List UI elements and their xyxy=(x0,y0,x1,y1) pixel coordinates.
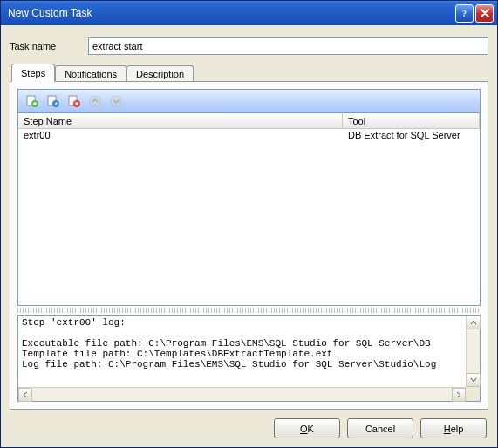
help-button[interactable]: Help xyxy=(420,418,487,438)
tab-description[interactable]: Description xyxy=(126,65,194,81)
dialog-footer: OK Cancel Help xyxy=(10,410,488,440)
col-header-tool[interactable]: Tool xyxy=(343,113,480,129)
move-up-icon[interactable] xyxy=(86,92,104,110)
titlebar-close-button[interactable] xyxy=(475,4,494,23)
svg-text:?: ? xyxy=(462,9,467,17)
log-vertical-scrollbar[interactable] xyxy=(466,316,480,387)
tab-notifications[interactable]: Notifications xyxy=(55,65,126,81)
ok-button[interactable]: OK xyxy=(274,418,340,438)
cell-tool: DB Extract for SQL Server xyxy=(343,129,480,143)
task-name-input[interactable] xyxy=(88,37,488,55)
task-name-row: Task name xyxy=(10,37,488,55)
scroll-up-icon[interactable] xyxy=(467,316,481,329)
tab-steps[interactable]: Steps xyxy=(11,64,55,82)
titlebar-help-button[interactable]: ? xyxy=(455,4,474,23)
log-area: Step 'extr00' log: Executable file path:… xyxy=(17,315,481,402)
steps-grid[interactable]: Step Name Tool extr00 DB Extract for SQL… xyxy=(17,113,481,306)
table-row[interactable]: extr00 DB Extract for SQL Server xyxy=(18,129,480,143)
tabstrip: Steps Notifications Description xyxy=(11,64,488,81)
splitter[interactable] xyxy=(17,308,481,313)
svg-point-7 xyxy=(90,96,100,106)
scroll-corner xyxy=(466,387,480,401)
task-name-label: Task name xyxy=(10,41,88,51)
svg-point-8 xyxy=(111,96,121,106)
window-title: New Custom Task xyxy=(8,7,454,19)
titlebar: New Custom Task ? xyxy=(1,1,497,25)
scroll-down-icon[interactable] xyxy=(467,373,481,387)
add-step-icon[interactable] xyxy=(24,92,41,110)
move-down-icon[interactable] xyxy=(107,92,125,110)
edit-step-icon[interactable] xyxy=(44,92,62,110)
grid-body[interactable]: extr00 DB Extract for SQL Server xyxy=(18,129,480,305)
dialog-body: Task name Steps Notifications Descriptio… xyxy=(1,25,497,447)
cancel-button[interactable]: Cancel xyxy=(347,418,413,438)
tab-panel-steps: Step Name Tool extr00 DB Extract for SQL… xyxy=(10,81,488,410)
scroll-right-icon[interactable] xyxy=(452,388,466,402)
scroll-left-icon[interactable] xyxy=(18,388,32,402)
col-header-stepname[interactable]: Step Name xyxy=(18,113,343,129)
delete-step-icon[interactable] xyxy=(65,92,83,110)
grid-header: Step Name Tool xyxy=(18,113,480,129)
log-horizontal-scrollbar[interactable] xyxy=(18,387,466,401)
steps-toolbar xyxy=(17,89,481,113)
cell-stepname: extr00 xyxy=(18,129,343,143)
